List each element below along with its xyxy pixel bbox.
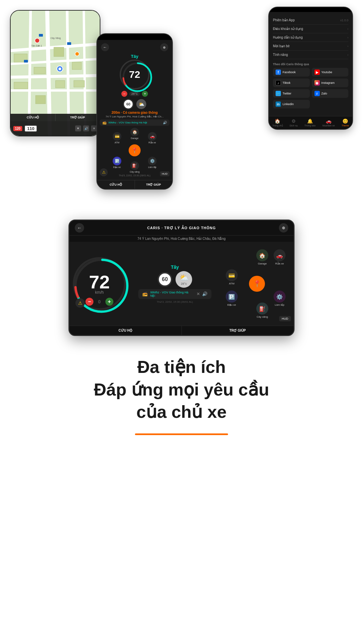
big-plus-button[interactable]: + (105, 298, 113, 306)
phone-settings: Phiên bản App v1.0.0 Điều khoản sử dụng … (268, 7, 353, 130)
radial-center-pin[interactable]: 📍 (129, 144, 141, 156)
facebook-btn[interactable]: f Facebook (273, 68, 310, 77)
settings-bottom-nav: 🏠 Trang chủ ⚙ Dịch vụ 🔔 Thông báo 🚗 Mua/… (269, 116, 352, 129)
social-grid: f Facebook ▶ Youtube ♪ Tiktok ◉ Instagra… (273, 68, 348, 108)
speed-limit-display: 110 (24, 125, 38, 132)
nav-cuu-ho-button[interactable]: CỨU HỘ (97, 180, 135, 189)
nav-marketplace[interactable]: 🚗 Mua/Bán xe (322, 118, 335, 127)
youtube-btn[interactable]: ▶ Youtube (312, 68, 349, 77)
svg-point-19 (35, 38, 40, 43)
nav-speedometer: Tây 72 − 28°C + (97, 54, 172, 97)
radial-cay-xang[interactable]: ⛽ Cây xăng (130, 161, 140, 173)
nav-address-text: 74 Ý Lan Nguyên Phi, Hoà Cường Bắc, Hải … (97, 115, 172, 118)
tiktok-icon: ♪ (276, 80, 281, 85)
nav-direction: Tây (131, 54, 138, 59)
landscape-compass-button[interactable]: ⊕ (279, 223, 288, 233)
nav-limit-row: 60 ⛅ (97, 99, 172, 109)
main-heading: Đa tiện ích Đáp ứng mọi yêu cầu của chủ … (20, 356, 343, 423)
svg-rect-13 (14, 82, 28, 89)
volume-icon[interactable]: 🔊 (163, 121, 167, 124)
weather-icon: ⛅ (136, 99, 146, 109)
ls-radial-atm[interactable]: 💳 ATM (226, 269, 238, 285)
nav-theme[interactable]: 😊 Theme (342, 118, 349, 127)
nav-warning-button[interactable]: ⚠ (100, 168, 108, 176)
radial-rua-xe[interactable]: 🚗 Rửa xe (148, 132, 157, 144)
ls-hud-button[interactable]: HUD (279, 316, 291, 321)
radial-dau-xe[interactable]: 🅿️ Đậu xe (113, 157, 121, 169)
big-warning-button[interactable]: ⚠ (75, 298, 85, 308)
social-section-title: Theo dõi Caris thông qua (273, 63, 348, 66)
nav-hud-button[interactable]: HUD (160, 171, 170, 176)
speed-value: 72 (129, 69, 140, 80)
service-icon: ⚙ (292, 118, 296, 124)
nav-tro-giup-button[interactable]: TRỢ GIÚP (135, 180, 173, 189)
tro-giup-btn[interactable]: TRỢ GIÚP (56, 114, 100, 121)
youtube-icon: ▶ (314, 70, 320, 75)
ls-weather-widget: ⛅ 28°c (176, 271, 192, 288)
linkedin-icon: in (276, 101, 281, 107)
big-minus-button[interactable]: − (85, 298, 93, 306)
svg-text:Cây Xăng: Cây Xăng (51, 37, 61, 40)
landscape-address: 74 Ý Lan Nguyên Phi, Hoà Cường Bắc, Hải … (69, 236, 294, 242)
nav-alert-text: 200m · Có camera giao thông (97, 111, 172, 114)
ls-datetime: Thứ 3, 22/02, 15:30 (28/01 AL) (157, 300, 193, 303)
landscape-back-button[interactable]: ← (75, 223, 84, 233)
settings-content: Phiên bản App v1.0.0 Điều khoản sử dụng … (269, 12, 352, 130)
svg-rect-22 (67, 42, 71, 45)
settings-invite[interactable]: Mời bạn bè › (273, 42, 348, 51)
nav-radio-bar[interactable]: 📻 99Mhz - VOV Giao thông Hà Nội 🔊 (100, 119, 170, 126)
ls-radial-dau-xe[interactable]: 🅿️ Đậu xe (226, 291, 238, 306)
ls-radial-garage[interactable]: 🏠 Garage (256, 249, 268, 265)
zalo-btn[interactable]: Z Zalo (312, 89, 349, 98)
svg-line-3 (11, 76, 100, 77)
sound-icon[interactable]: 🔊 (83, 125, 89, 131)
ls-radial-cay-xang[interactable]: ⛽ Cây xăng (256, 303, 268, 318)
nav-back-button[interactable]: ← (101, 43, 109, 51)
phone-map: Tân Sơn 1 Cây Xăng 120 110 ✕ 🔊 ≡ CỨU HỘ … (10, 10, 100, 136)
nav-home[interactable]: 🏠 Trang chủ (272, 118, 283, 127)
settings-guide[interactable]: Hướng dẫn sử dụng › (273, 33, 348, 42)
linkedin-btn[interactable]: in Linkedin (273, 100, 310, 108)
instagram-icon: ◉ (314, 80, 320, 85)
cuu-ho-btn[interactable]: CỨU HỘ (11, 114, 56, 121)
svg-text:Tân Sơn 1: Tân Sơn 1 (31, 45, 42, 47)
ls-radio-bar[interactable]: 📻 99Mhz - VOV Giao thông Hà Nội ✕ 🔊 (138, 289, 211, 299)
ls-cuu-ho-button[interactable]: CỨU HỘ (69, 326, 182, 335)
ls-radial-center[interactable]: 📍 (249, 276, 265, 292)
landscape-section: ← CARIS · TRỢ LÝ ẢO GIAO THÔNG ⊕ 74 Ý La… (0, 220, 363, 336)
ls-tro-giup-button[interactable]: TRỢ GIÚP (182, 326, 294, 335)
radial-lam-lop[interactable]: ⚙️ Làm lốp (148, 157, 157, 169)
ls-radial-rua-xe[interactable]: 🚗 Rửa xe (274, 249, 286, 265)
svg-rect-23 (24, 60, 28, 63)
nav-compass-button[interactable]: ⊕ (160, 43, 168, 51)
landscape-title: CARIS · TRỢ LÝ ẢO GIAO THÔNG (147, 226, 216, 230)
ls-limit-weather: 60 ⛅ 28°c (158, 271, 192, 288)
top-phone-section: Tân Sơn 1 Cây Xăng 120 110 ✕ 🔊 ≡ CỨU HỘ … (0, 0, 363, 206)
instagram-btn[interactable]: ◉ Instagram (312, 79, 349, 87)
phone-nav: ← ⊕ Tây 72 − 28°C + 60 ⛅ (96, 33, 173, 190)
ls-radio-icons: ✕ 🔊 (196, 291, 207, 296)
radial-atm[interactable]: 💳 ATM (113, 132, 121, 144)
settings-terms[interactable]: Điều khoản sử dụng › (273, 25, 348, 33)
svg-rect-11 (54, 47, 64, 57)
landscape-inner: ← CARIS · TRỢ LÝ ẢO GIAO THÔNG ⊕ 74 Ý La… (69, 221, 294, 335)
text-section: Đa tiện ích Đáp ứng mọi yêu cầu của chủ … (0, 336, 363, 448)
settings-features[interactable]: Tính năng › (273, 51, 348, 59)
speedometer-ring: 72 (120, 60, 150, 89)
landscape-phone: ← CARIS · TRỢ LÝ ẢO GIAO THÔNG ⊕ 74 Ý La… (68, 220, 295, 336)
ls-radial-lam-lop[interactable]: ⚙️ Làm lốp (274, 291, 286, 306)
heading-line2: Đáp ứng mọi yêu cầu (20, 379, 343, 401)
nav-radio-text: 99Mhz - VOV Giao thông Hà Nội (108, 121, 161, 124)
close-icon[interactable]: ✕ (75, 125, 81, 131)
speed-limit-sign: 60 (123, 99, 134, 109)
ls-close-icon[interactable]: ✕ (196, 291, 200, 296)
nav-service[interactable]: ⚙ Dịch vụ (290, 118, 298, 127)
nav-notifications[interactable]: 🔔 Thông báo (304, 118, 315, 127)
tiktok-btn[interactable]: ♪ Tiktok (273, 79, 310, 87)
heading-line1: Đa tiện ích (20, 356, 343, 379)
landscape-bottom-buttons: CỨU HỘ TRỢ GIÚP HUD (69, 326, 294, 335)
ls-volume-icon[interactable]: 🔊 (202, 291, 207, 296)
twitter-btn[interactable]: 🐦 Twitter (273, 89, 310, 98)
radial-garage[interactable]: 🏠 Garage (130, 128, 139, 139)
speed-controls-row: − 0 + (85, 298, 113, 306)
